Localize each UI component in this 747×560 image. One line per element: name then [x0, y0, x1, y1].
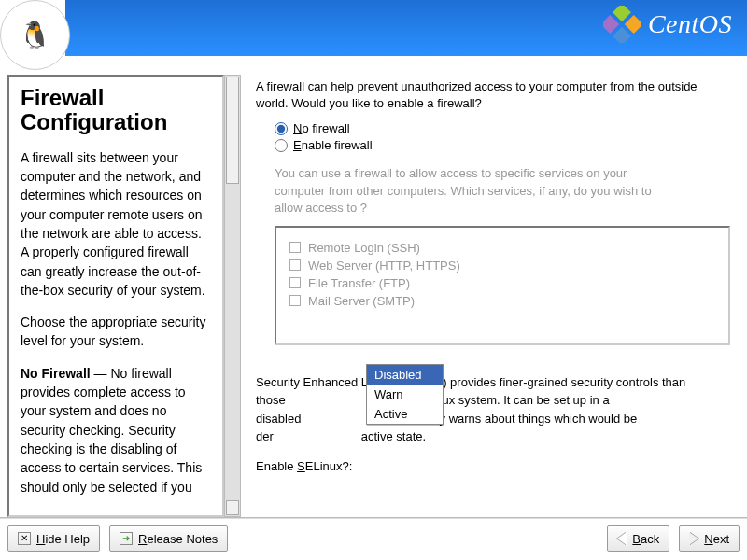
service-ftp-label: File Transfer (FTP) — [308, 276, 410, 290]
service-smtp-label: Mail Server (SMTP) — [308, 294, 415, 308]
checkbox-icon — [289, 242, 301, 253]
radio-no-firewall[interactable]: No firewall — [275, 121, 730, 135]
radio-no-firewall-input[interactable] — [275, 122, 288, 135]
release-notes-button[interactable]: ➜ Release Notes — [109, 525, 228, 552]
penguin-icon: 🐧 — [19, 20, 51, 50]
dropdown-item-disabled[interactable]: Disabled — [367, 365, 443, 385]
firewall-radio-group: No firewall Enable firewall — [275, 121, 730, 152]
service-ssh-label: Remote Login (SSH) — [308, 241, 420, 255]
centos-logo: CentOS — [603, 6, 732, 43]
svg-rect-2 — [603, 15, 619, 34]
service-http-label: Web Server (HTTP, HTTPS) — [308, 259, 460, 273]
distro-mascot-circle: 🐧 — [0, 0, 70, 70]
selinux-description: Security Enhanced Linux (SELinux) provid… — [256, 373, 704, 446]
radio-enable-firewall[interactable]: Enable firewall — [275, 138, 730, 152]
next-label: Next — [704, 532, 729, 546]
hide-help-button[interactable]: ✕ Hide Help — [7, 525, 100, 552]
footer-separator — [0, 517, 747, 519]
help-para-1: A firewall sits between your computer an… — [21, 148, 211, 300]
svg-rect-1 — [625, 15, 641, 34]
help-para-3-rest: — No firewall provides complete access t… — [21, 366, 202, 495]
main-content: A firewall can help prevent unauthorized… — [247, 75, 740, 517]
firewall-intro: A firewall can help prevent unauthorized… — [256, 78, 730, 112]
service-smtp: Mail Server (SMTP) — [289, 294, 715, 308]
next-button[interactable]: Next — [679, 525, 740, 552]
hide-help-label: Hide Help — [36, 532, 90, 546]
selinux-enable-label: Enable SELinux?: — [256, 459, 730, 473]
back-button[interactable]: Back — [607, 525, 669, 552]
checkbox-icon — [289, 295, 301, 306]
service-ftp: File Transfer (FTP) — [289, 276, 715, 290]
svg-rect-3 — [613, 27, 631, 43]
help-para-3-label: No Firewall — [21, 366, 91, 381]
dropdown-item-active[interactable]: Active — [367, 404, 443, 424]
top-bar: 🐧 CentOS — [0, 0, 747, 65]
centos-badge-icon — [603, 6, 641, 43]
brand-text: CentOS — [648, 9, 732, 39]
service-http: Web Server (HTTP, HTTPS) — [289, 259, 715, 273]
help-title: Firewall Configuration — [21, 86, 211, 135]
scrollbar-thumb[interactable] — [226, 91, 239, 184]
dropdown-item-warn[interactable]: Warn — [367, 385, 443, 404]
help-panel: Firewall Configuration A firewall sits b… — [7, 75, 224, 517]
services-list: Remote Login (SSH) Web Server (HTTP, HTT… — [275, 226, 730, 345]
radio-enable-firewall-input[interactable] — [275, 139, 288, 152]
service-ssh: Remote Login (SSH) — [289, 241, 715, 255]
footer-bar: ✕ Hide Help ➜ Release Notes Back Next — [7, 523, 740, 554]
release-notes-label: Release Notes — [138, 532, 218, 546]
checkbox-icon — [289, 259, 301, 271]
radio-no-firewall-label: No firewall — [293, 121, 350, 135]
help-para-2: Choose the appropriate security level fo… — [21, 313, 211, 351]
help-panel-wrap: Firewall Configuration A firewall sits b… — [7, 75, 241, 517]
arrow-right-icon — [689, 532, 698, 545]
radio-enable-firewall-label: Enable firewall — [293, 138, 373, 152]
hide-help-icon: ✕ — [18, 532, 31, 545]
services-intro: You can use a firewall to allow access t… — [275, 165, 676, 217]
selinux-dropdown[interactable]: Disabled Warn Active — [366, 364, 444, 425]
services-block: You can use a firewall to allow access t… — [275, 165, 730, 345]
svg-rect-0 — [613, 6, 631, 21]
checkbox-icon — [289, 277, 301, 288]
arrow-left-icon — [617, 532, 627, 545]
back-label: Back — [632, 532, 659, 546]
help-para-3: No Firewall — No firewall provides compl… — [21, 364, 211, 497]
help-scrollbar[interactable] — [224, 75, 241, 517]
release-notes-icon: ➜ — [120, 532, 133, 545]
